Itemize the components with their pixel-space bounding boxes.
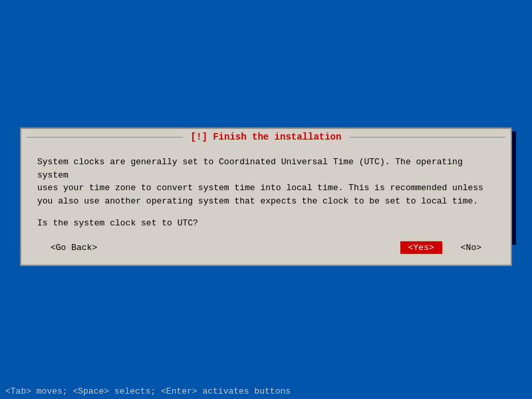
title-line-left (27, 136, 183, 137)
finish-installation-dialog: [!] Finish the installation System clock… (20, 128, 512, 266)
status-bar: <Tab> moves; <Space> selects; <Enter> ac… (0, 384, 532, 399)
dialog-title-bar: [!] Finish the installation (21, 129, 511, 145)
dialog-content: System clocks are generally set to Coord… (21, 145, 511, 265)
question-text: Is the system clock set to UTC? (37, 218, 495, 228)
right-buttons: <Yes> <No> (400, 241, 489, 254)
title-line-right (349, 136, 505, 137)
status-bar-text: <Tab> moves; <Space> selects; <Enter> ac… (5, 386, 291, 396)
button-row: <Go Back> <Yes> <No> (37, 239, 495, 257)
dialog-title: [!] Finish the installation (188, 132, 344, 142)
go-back-button[interactable]: <Go Back> (43, 241, 105, 254)
no-button[interactable]: <No> (453, 241, 489, 254)
description-text: System clocks are generally set to Coord… (37, 156, 495, 207)
dialog-wrapper: [!] Finish the installation System clock… (20, 128, 512, 266)
yes-button[interactable]: <Yes> (400, 241, 442, 254)
